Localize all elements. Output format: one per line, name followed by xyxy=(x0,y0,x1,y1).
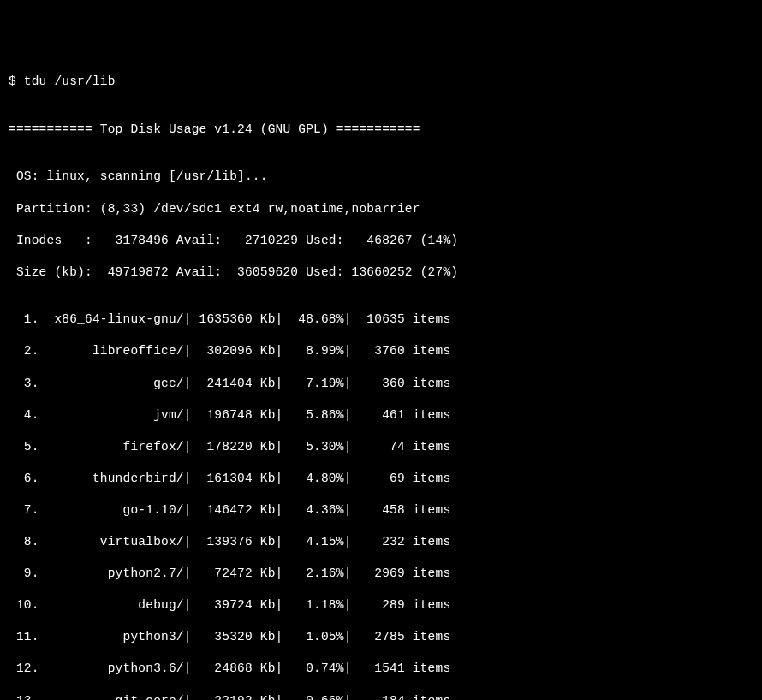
table-row: 9. python2.7/| 72472 Kb| 2.16%| 2969 ite… xyxy=(9,566,753,582)
table-row: 6. thunderbird/| 161304 Kb| 4.80%| 69 it… xyxy=(9,471,753,487)
inodes-line: Inodes : 3178496 Avail: 2710229 Used: 46… xyxy=(9,233,753,249)
table-row: 8. virtualbox/| 139376 Kb| 4.15%| 232 it… xyxy=(9,534,753,550)
table-row: 11. python3/| 35320 Kb| 1.05%| 2785 item… xyxy=(9,629,753,645)
app-header: =========== Top Disk Usage v1.24 (GNU GP… xyxy=(9,122,753,138)
table-row: 3. gcc/| 241404 Kb| 7.19%| 360 items xyxy=(9,376,753,392)
table-row: 4. jvm/| 196748 Kb| 5.86%| 461 items xyxy=(9,407,753,424)
table-row: 12. python3.6/| 24868 Kb| 0.74%| 1541 it… xyxy=(9,661,753,677)
table-row: 2. libreoffice/| 302096 Kb| 8.99%| 3760 … xyxy=(9,343,753,359)
table-row: 10. debug/| 39724 Kb| 1.18%| 289 items xyxy=(9,597,753,614)
size-line: Size (kb): 49719872 Avail: 36059620 Used… xyxy=(9,264,753,281)
partition-line: Partition: (8,33) /dev/sdc1 ext4 rw,noat… xyxy=(9,201,753,217)
table-row: 5. firefox/| 178220 Kb| 5.30%| 74 items xyxy=(9,439,753,455)
table-row: 7. go-1.10/| 146472 Kb| 4.36%| 458 items xyxy=(9,502,753,519)
table-row: 13. git-core/| 22192 Kb| 0.66%| 184 item… xyxy=(9,693,753,700)
shell-prompt: $ tdu /usr/lib xyxy=(9,74,753,90)
os-line: OS: linux, scanning [/usr/lib]... xyxy=(9,169,753,185)
table-row: 1. x86_64-linux-gnu/| 1635360 Kb| 48.68%… xyxy=(9,311,753,328)
